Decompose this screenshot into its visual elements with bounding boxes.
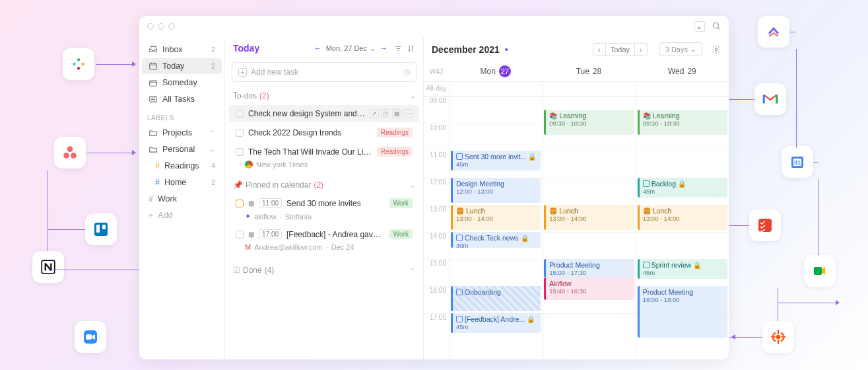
home-label: Home (164, 178, 186, 187)
cal-today-btn[interactable]: Today (606, 43, 634, 56)
check-icon: ☑ (233, 266, 240, 275)
svg-rect-19 (778, 330, 779, 334)
event[interactable]: 🍔Lunch 13:00 - 14:00 (451, 205, 541, 230)
svg-text:31: 31 (794, 159, 801, 166)
sidebar-work[interactable]: # Work (142, 191, 222, 207)
svg-rect-12 (86, 334, 92, 340)
event[interactable]: Sprint review🔒 45m (638, 259, 727, 279)
task-checkbox[interactable] (236, 200, 244, 207)
hour-label: 14:00 (424, 232, 449, 259)
event[interactable]: [Feedback] Andre...🔒 45m (451, 313, 541, 333)
event[interactable]: 🍔Lunch 13:00 - 14:00 (638, 205, 727, 230)
window-maximize[interactable] (168, 23, 175, 30)
event[interactable]: Sent 30 more invit...🔒 45m (451, 151, 541, 170)
hour-label: 09:00 (424, 96, 449, 124)
zapier-icon (762, 321, 794, 353)
sidebar-home[interactable]: # Home 2 (142, 174, 222, 190)
sidebar-alltasks[interactable]: All Tasks (142, 91, 222, 107)
sidebar-today[interactable]: Today 2 (142, 58, 222, 74)
calendar-pane: December 2021 • ‹ Today › 3 Days ⌄ W43 (424, 37, 729, 359)
next-day[interactable]: → (378, 42, 389, 54)
event[interactable]: 🍔Lunch 13:00 - 14:00 (544, 205, 634, 230)
task-checkbox[interactable] (236, 110, 244, 118)
event[interactable]: 📚Learning 09:30 - 10:30 (638, 110, 727, 135)
event[interactable]: Backlog🔒 45m (638, 178, 727, 198)
lock-icon: 🔒 (693, 262, 701, 269)
clock-icon[interactable]: ◷ (381, 109, 390, 118)
hour-label: 15:00 (424, 259, 449, 286)
meet-icon (804, 255, 836, 287)
svg-rect-25 (772, 338, 776, 342)
cal-range-select[interactable]: 3 Days ⌄ (659, 42, 702, 56)
chevron-down-icon: ⌄ (410, 92, 415, 100)
section-pinned[interactable]: 📌 Pinned in calendar (2) ⌄ (225, 176, 423, 194)
someday-label: Someday (162, 78, 197, 87)
event[interactable]: 📚Learning 09:30 - 10:30 (544, 110, 634, 135)
day-header[interactable]: Tue 28 (542, 65, 635, 77)
readings-count: 4 (211, 162, 215, 170)
sort-icon[interactable] (407, 44, 415, 53)
day-column-tue[interactable]: 📚Learning 09:30 - 10:30 🍔Lunch 13:00 - 1… (542, 96, 635, 359)
open-icon[interactable]: ↗ (370, 109, 379, 118)
event[interactable]: Product Meeting 16:00 - 18:00 (638, 286, 727, 338)
svg-rect-22 (781, 336, 785, 338)
task-checkbox[interactable] (236, 231, 244, 239)
chrome-icon (245, 161, 253, 168)
more-icon[interactable]: ⋯ (403, 109, 413, 118)
gcal-icon: 31 (782, 146, 813, 178)
calendar-icon[interactable]: ▦ (392, 109, 401, 118)
labels-header: LABELS (139, 108, 224, 124)
task-source: New york Times (225, 161, 423, 172)
window-minimize[interactable] (158, 23, 164, 30)
event[interactable]: Check Teck news🔒 30m (451, 232, 541, 248)
sidebar-inbox[interactable]: Inbox 2 (142, 42, 222, 57)
sidebar-someday[interactable]: Someday (142, 75, 222, 91)
sidebar-personal[interactable]: Personal ⌄ (142, 141, 222, 157)
add-label: Add (158, 211, 172, 220)
task-checkbox[interactable] (236, 148, 244, 156)
task-row[interactable]: ▦ 17:00 [Feedback] - Andrea gave you his… (229, 225, 419, 243)
day-header[interactable]: Mon 27 (449, 65, 542, 77)
todoist-icon (749, 209, 781, 241)
prev-day[interactable]: ← (313, 42, 323, 54)
svg-rect-21 (771, 336, 776, 338)
task-row[interactable]: Check new design System and improve... ↗… (229, 105, 419, 122)
personal-label: Personal (162, 145, 195, 154)
hour-label: 17:00 (424, 313, 449, 340)
search-icon[interactable] (712, 21, 721, 32)
filter-icon[interactable] (394, 44, 403, 53)
svg-point-18 (776, 335, 781, 340)
cal-next[interactable]: › (634, 43, 648, 56)
event[interactable]: Design Meeting 12:00 - 13:00 (451, 178, 541, 203)
section-done[interactable]: ☑ Done (4) ⌃ (225, 262, 423, 279)
sidebar: Inbox 2 Today 2 Someday All Tasks LABELS… (139, 37, 225, 359)
plus-icon: + (149, 211, 153, 220)
task-row[interactable]: ▦ 11:00 Send 30 more invites Work (229, 194, 419, 212)
day-column-mon[interactable]: Sent 30 more invit...🔒 45m Design Meetin… (449, 96, 542, 359)
add-task-placeholder: Add new task (251, 67, 298, 77)
ai-icon[interactable]: ⟁ (694, 21, 705, 32)
gear-icon[interactable] (712, 45, 721, 54)
slack-icon (63, 48, 94, 80)
event[interactable]: Akiflow 15:40 - 16:30 (544, 278, 634, 300)
sidebar-add[interactable]: + Add (142, 207, 222, 223)
window-close[interactable] (147, 23, 154, 30)
section-todos[interactable]: To-dos (2) ⌄ (225, 87, 423, 104)
date-dropdown-icon[interactable]: ⌄ (370, 44, 376, 53)
day-header[interactable]: Wed 29 (636, 65, 729, 77)
sidebar-projects[interactable]: Projects ⌃ (142, 125, 222, 141)
day-column-wed[interactable]: 📚Learning 09:30 - 10:30 Backlog🔒 45m 🍔Lu… (636, 96, 729, 359)
chevron-up-icon: ⌃ (410, 267, 415, 274)
task-row[interactable]: The Tech That Will Invade Our Liv... Rea… (229, 143, 419, 161)
event[interactable]: Product Meeting 15:00 - 17:30 (544, 259, 634, 278)
add-task-input[interactable]: + Add new task ◷ (232, 62, 417, 82)
task-row[interactable]: Check 2022 Design trends Readings (229, 124, 419, 141)
task-checkbox[interactable] (236, 129, 244, 137)
event[interactable]: Onboarding (451, 286, 541, 311)
hour-label: 12:00 (424, 178, 449, 205)
cal-prev[interactable]: ‹ (593, 43, 606, 56)
sidebar-readings[interactable]: # Readings 4 (142, 158, 222, 174)
folder-icon (149, 145, 158, 154)
task-text: The Tech That Will Invade Our Liv... (248, 147, 372, 157)
svg-rect-17 (814, 267, 822, 275)
